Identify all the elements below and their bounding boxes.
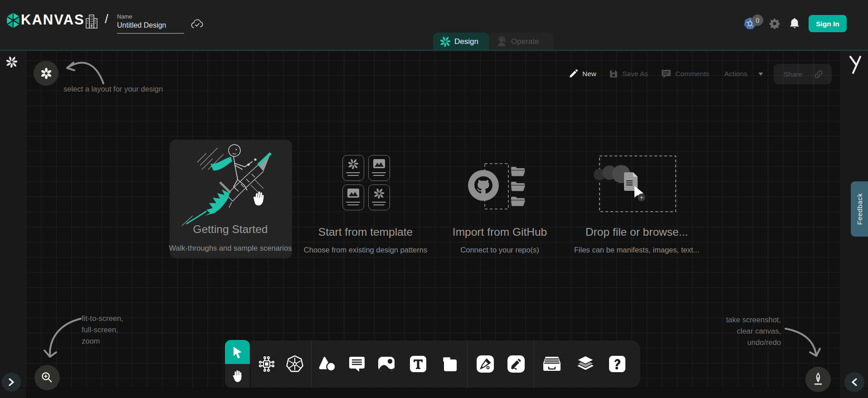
diagram-tool-button[interactable] bbox=[257, 340, 277, 388]
diagram-nodes-icon bbox=[258, 355, 275, 373]
comments-label: Comments bbox=[675, 70, 709, 78]
design-swirl-icon bbox=[440, 37, 450, 47]
share-button[interactable]: Share bbox=[774, 64, 832, 84]
canvas-hint-arrow bbox=[784, 324, 824, 363]
sign-in-button[interactable]: Sign In bbox=[809, 15, 847, 32]
shapes-icon bbox=[318, 355, 336, 373]
breadcrumb-slash: / bbox=[105, 12, 108, 26]
design-name-input[interactable]: Untitled Design bbox=[117, 21, 166, 29]
pen-tool-button[interactable] bbox=[475, 340, 495, 388]
canvas-hints-text: take screenshot, clear canvas, undo/redo bbox=[645, 314, 781, 348]
y-logo bbox=[849, 55, 862, 74]
template-tile-design bbox=[342, 155, 364, 181]
drop-plus-badge: + bbox=[638, 194, 645, 201]
expand-left-panel-button[interactable] bbox=[2, 373, 21, 392]
new-label: New bbox=[582, 70, 596, 78]
left-sidebar bbox=[0, 51, 26, 398]
settings-gear-icon[interactable] bbox=[769, 18, 780, 29]
image-tool-button[interactable] bbox=[376, 340, 396, 388]
comments-icon bbox=[661, 69, 671, 78]
tab-design[interactable]: Design bbox=[433, 33, 489, 50]
bottom-toolbar bbox=[251, 340, 640, 388]
card-drop-subtitle: Files can be manifests, images, text... bbox=[560, 246, 714, 254]
design-name-underline bbox=[117, 33, 184, 34]
text-tool-button[interactable] bbox=[408, 340, 428, 388]
resource-count-badge: 0 bbox=[752, 15, 763, 26]
draw-tools-button[interactable] bbox=[805, 367, 831, 392]
canvas-bottom-edge bbox=[0, 388, 868, 388]
tab-operate[interactable]: Operate bbox=[489, 33, 553, 50]
pointer-tool-group bbox=[225, 340, 250, 388]
card-drop-title: Drop file or browse... bbox=[564, 226, 709, 238]
layout-hint-text: select a layout for your design bbox=[63, 85, 163, 93]
layers-tool-button[interactable] bbox=[575, 340, 595, 388]
new-pencil-icon bbox=[568, 69, 578, 79]
tab-design-label: Design bbox=[454, 37, 478, 46]
select-tool-button[interactable] bbox=[225, 340, 250, 364]
pen-nib-icon bbox=[812, 373, 824, 386]
save-floppy-icon bbox=[609, 69, 618, 78]
kubernetes-wheel-icon bbox=[286, 355, 304, 373]
help-question-icon bbox=[609, 356, 625, 372]
save-as-button[interactable]: Save As bbox=[609, 68, 648, 80]
org-building-icon[interactable] bbox=[85, 13, 98, 29]
zoom-hint-arrow bbox=[41, 315, 86, 365]
layers-icon bbox=[576, 355, 595, 373]
shapes-tool-button[interactable] bbox=[317, 340, 337, 388]
card-template-subtitle: Choose from existing design patterns bbox=[288, 246, 443, 254]
template-tile-design-2 bbox=[368, 184, 390, 210]
save-as-label: Save As bbox=[622, 70, 648, 78]
actions-dropdown[interactable]: Actions bbox=[724, 68, 763, 80]
share-label: Share bbox=[784, 70, 802, 78]
zoom-hints-text: fit-to-screen, full-screen, zoom bbox=[82, 313, 123, 347]
template-tile-image bbox=[368, 155, 390, 181]
github-folders-icon bbox=[511, 166, 526, 208]
template-tile-image-2 bbox=[342, 184, 364, 210]
design-name-label: Name bbox=[117, 14, 132, 20]
card-github-subtitle: Connect to your repo(s) bbox=[423, 246, 577, 254]
comment-bubble-icon bbox=[348, 356, 366, 372]
card-template-title: Start from template bbox=[293, 226, 438, 238]
card-getting-started-title: Getting Started bbox=[158, 223, 303, 236]
tab-operate-label: Operate bbox=[511, 37, 539, 46]
zoom-magnifier-icon bbox=[41, 371, 54, 384]
kanvas-logo-icon bbox=[5, 11, 22, 30]
pan-tool-button[interactable] bbox=[225, 364, 250, 388]
pencil-scribble-icon bbox=[510, 358, 522, 370]
share-link-icon bbox=[814, 70, 823, 79]
pan-hand-icon bbox=[231, 369, 244, 383]
actions-label: Actions bbox=[724, 70, 747, 78]
brand-title: KANVAS bbox=[21, 12, 85, 28]
zoom-button[interactable] bbox=[34, 365, 60, 390]
archive-tool-button[interactable] bbox=[542, 340, 562, 388]
select-cursor-icon bbox=[232, 346, 244, 359]
text-t-icon bbox=[410, 356, 426, 372]
collapse-right-panel-button[interactable] bbox=[844, 372, 864, 392]
card-tool-button[interactable] bbox=[439, 340, 459, 388]
getting-started-rocket-illustration bbox=[175, 140, 279, 230]
card-github-title: Import from GitHub bbox=[427, 226, 572, 238]
card-start-from-template[interactable] bbox=[302, 140, 429, 258]
pencil-tool-button[interactable] bbox=[506, 340, 526, 388]
hover-hand-cursor-icon bbox=[252, 190, 266, 206]
feedback-label: Feedback bbox=[856, 193, 863, 225]
sidebar-swirl-icon[interactable] bbox=[6, 57, 17, 68]
layout-hint-arrow bbox=[45, 49, 109, 90]
notifications-bell-icon[interactable] bbox=[789, 17, 800, 30]
github-octocat-icon bbox=[467, 169, 500, 202]
kubernetes-tool-button[interactable] bbox=[285, 340, 305, 388]
feedback-tab[interactable]: Feedback bbox=[851, 181, 868, 237]
operate-headset-icon bbox=[496, 36, 507, 47]
comment-tool-button[interactable] bbox=[347, 340, 367, 388]
archive-drawer-icon bbox=[543, 356, 561, 372]
cloud-save-icon bbox=[190, 19, 204, 29]
new-button[interactable]: New bbox=[568, 68, 596, 80]
help-tool-button[interactable] bbox=[607, 340, 627, 388]
pen-icon bbox=[479, 358, 491, 370]
image-icon bbox=[378, 355, 395, 373]
card-note-icon bbox=[441, 356, 458, 372]
comments-button[interactable]: Comments bbox=[661, 68, 709, 80]
actions-caret-icon bbox=[758, 73, 763, 76]
card-getting-started-subtitle: Walk-throughs and sample scenarios bbox=[153, 244, 307, 252]
